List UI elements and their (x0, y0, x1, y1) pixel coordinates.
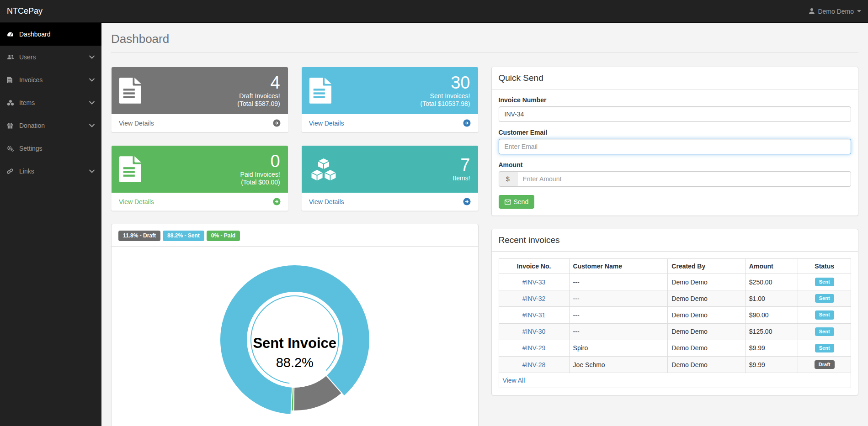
status-badge: Sent (815, 344, 834, 352)
customer-name-cell: --- (569, 323, 668, 340)
recent-invoices-panel: Recent invoices Invoice No.Customer Name… (491, 229, 859, 395)
customer-name-cell: --- (569, 307, 668, 323)
recent-invoices-table: Invoice No.Customer NameCreated ByAmount… (499, 258, 852, 388)
status-badge: Sent (815, 327, 834, 336)
sidebar-item-icon (7, 77, 16, 83)
created-by-cell: Demo Demo (668, 274, 746, 290)
table-row: #INV-33 --- Demo Demo $250.00 Sent (499, 274, 851, 290)
main-content: Dashboard 4 Draft Invoices! (Total $587.… (101, 23, 868, 426)
caret-down-icon (857, 10, 861, 12)
top-navbar: NTCePay Demo Demo (0, 0, 868, 23)
table-column-header: Customer Name (569, 259, 668, 274)
arrow-circle-right-icon (463, 198, 471, 205)
view-details-link[interactable]: View Details (112, 114, 288, 132)
view-details-link[interactable]: View Details (302, 114, 478, 132)
view-details-label: View Details (119, 198, 154, 205)
stat-card: 0 Paid Invoices! (Total $00.00) View Det… (111, 145, 288, 211)
created-by-cell: Demo Demo (668, 340, 746, 356)
customer-email-input[interactable] (499, 139, 852, 154)
invoice-link[interactable]: #INV-32 (522, 295, 546, 302)
chart-legend-badge: 0% - Paid (207, 231, 240, 241)
sidebar-item-users[interactable]: Users (0, 46, 101, 68)
invoice-number-input[interactable] (499, 106, 852, 122)
table-row: #INV-30 --- Demo Demo $125.00 Sent (499, 323, 851, 340)
amount-cell: $90.00 (745, 307, 798, 323)
sidebar-item-icon (7, 168, 16, 174)
view-details-link[interactable]: View Details (112, 193, 288, 210)
user-menu-dropdown[interactable]: Demo Demo (802, 8, 868, 15)
arrow-circle-right-icon (273, 119, 281, 127)
card-value: 4 (237, 74, 280, 92)
chevron-down-icon (89, 55, 95, 59)
sidebar-item-icon (7, 146, 16, 152)
invoice-link[interactable]: #INV-33 (522, 279, 546, 286)
card-line1: Items! (453, 174, 470, 182)
view-details-link[interactable]: View Details (302, 193, 478, 210)
page-title: Dashboard (111, 32, 858, 53)
card-line2: (Total $00.00) (240, 179, 280, 186)
card-icon (119, 78, 141, 104)
status-badge: Sent (815, 278, 834, 286)
status-badge: Draft (815, 360, 835, 369)
chart-legend: 11.8% - Draft88.2% - Sent0% - Paid (112, 224, 478, 247)
send-button[interactable]: Send (499, 195, 535, 209)
view-all-link[interactable]: View All (503, 377, 525, 384)
card-icon (309, 78, 331, 104)
chevron-down-icon (89, 78, 95, 82)
customer-name-cell: Joe Schmo (569, 356, 668, 373)
invoice-number-label: Invoice Number (499, 96, 852, 104)
sidebar-item-label: Users (19, 53, 89, 61)
user-name: Demo Demo (818, 8, 854, 15)
card-line2: (Total $10537.98) (421, 100, 470, 108)
stat-card: 7 Items! View Details (301, 145, 479, 211)
arrow-circle-right-icon (463, 119, 471, 127)
table-column-header: Amount (745, 259, 798, 274)
currency-addon: $ (499, 171, 517, 187)
chart-legend-badge: 88.2% - Sent (163, 231, 204, 241)
card-icon (119, 156, 141, 182)
chart-legend-badge: 11.8% - Draft (118, 231, 160, 241)
card-value: 7 (453, 156, 470, 174)
invoice-status-chart-panel: 11.8% - Draft88.2% - Sent0% - Paid Sent … (111, 224, 479, 426)
invoice-status-donut-chart[interactable] (214, 259, 375, 420)
quick-send-panel: Quick Send Invoice Number Customer Email… (491, 67, 859, 216)
recent-invoices-title: Recent invoices (492, 229, 858, 252)
invoice-link[interactable]: #INV-29 (522, 344, 546, 352)
sidebar-item-label: Items (19, 99, 89, 106)
right-column: Quick Send Invoice Number Customer Email… (491, 67, 859, 395)
amount-input[interactable] (517, 171, 852, 187)
brand-link[interactable]: NTCePay (0, 6, 49, 16)
card-icon (309, 158, 338, 181)
sidebar-item-label: Dashboard (19, 31, 89, 38)
chevron-down-icon (89, 124, 95, 127)
sidebar-item-invoices[interactable]: Invoices (0, 68, 101, 91)
view-details-label: View Details (309, 198, 344, 205)
amount-cell: $9.99 (745, 340, 798, 356)
stat-card: 4 Draft Invoices! (Total $587.09) View D… (111, 67, 288, 132)
card-line1: Draft Invoices! (237, 92, 280, 100)
chevron-down-icon (89, 101, 95, 105)
sidebar-item-label: Settings (19, 145, 89, 152)
customer-name-cell: --- (569, 274, 668, 290)
created-by-cell: Demo Demo (668, 307, 746, 323)
invoice-link[interactable]: #INV-28 (522, 361, 546, 368)
invoice-link[interactable]: #INV-30 (522, 328, 546, 335)
sidebar-item-settings[interactable]: Settings (0, 137, 101, 160)
table-row: #INV-28 Joe Schmo Demo Demo $9.99 Draft (499, 356, 851, 373)
amount-label: Amount (499, 161, 852, 168)
card-value: 0 (240, 152, 280, 171)
customer-email-label: Customer Email (499, 129, 852, 136)
card-line2: (Total $587.09) (237, 100, 280, 108)
sidebar-item-links[interactable]: Links (0, 160, 101, 183)
invoice-link[interactable]: #INV-31 (522, 311, 546, 319)
sidebar-item-items[interactable]: Items (0, 91, 101, 114)
card-line1: Sent Invoices! (421, 92, 470, 100)
sidebar-item-donation[interactable]: Donation (0, 114, 101, 137)
sidebar-item-icon (7, 32, 16, 37)
quick-send-title: Quick Send (492, 67, 858, 89)
sidebar-item-icon (7, 122, 16, 129)
table-column-header: Status (798, 259, 851, 274)
customer-name-cell: --- (569, 290, 668, 307)
sidebar-item-dashboard[interactable]: Dashboard (0, 23, 101, 46)
table-row: #INV-29 Spiro Demo Demo $9.99 Sent (499, 340, 851, 356)
